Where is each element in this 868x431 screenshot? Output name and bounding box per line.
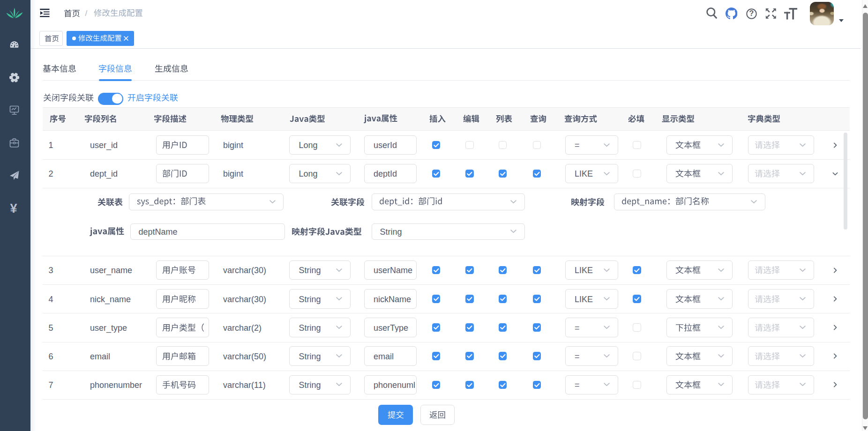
- svg-text:?: ?: [749, 9, 754, 17]
